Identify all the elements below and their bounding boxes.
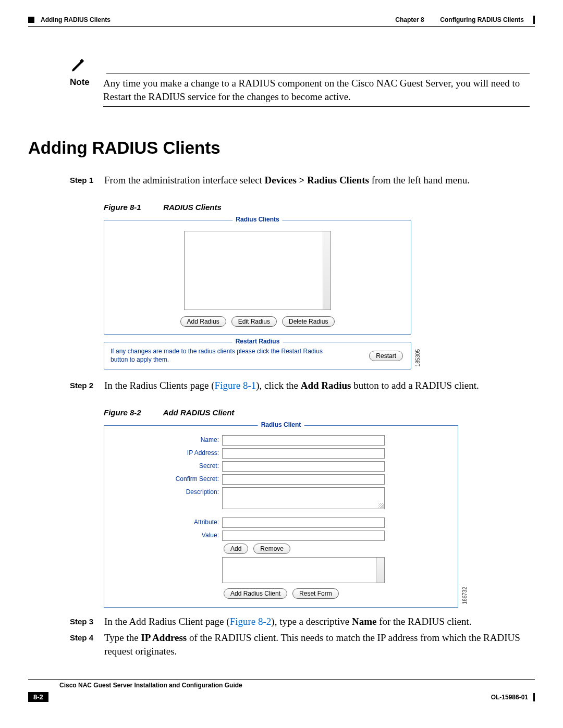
confirm-secret-label: Confirm Secret: bbox=[115, 474, 222, 483]
step-2-figlink[interactable]: Figure 8-1 bbox=[215, 380, 256, 391]
header-chapter-ref: Chapter 8 bbox=[395, 16, 424, 23]
step-1-post: from the left hand menu. bbox=[369, 175, 470, 186]
note-text: Any time you make a change to a RADIUS c… bbox=[103, 77, 530, 103]
step-1-bold: Devices > Radius Clients bbox=[265, 175, 369, 186]
step-4-label: Step 4 bbox=[70, 631, 104, 658]
note-block: Note Any time you make a change to a RAD… bbox=[70, 58, 530, 107]
attribute-listbox-scrollbar[interactable] bbox=[376, 558, 384, 583]
running-header: Adding RADIUS Clients Chapter 8 Configur… bbox=[28, 16, 535, 24]
radius-clients-legend: Radius Clients bbox=[232, 216, 282, 223]
figure-1: Radius Clients Add Radius Edit Radius De… bbox=[104, 220, 411, 369]
header-marker-left bbox=[28, 17, 34, 23]
step-1-label: Step 1 bbox=[70, 174, 104, 187]
remove-button[interactable]: Remove bbox=[253, 544, 290, 554]
header-section-left: Adding RADIUS Clients bbox=[41, 16, 111, 23]
radius-clients-listbox[interactable] bbox=[184, 231, 331, 310]
resize-grip-icon[interactable] bbox=[378, 503, 384, 508]
reset-form-button[interactable]: Reset Form bbox=[292, 588, 339, 599]
figure-1-idnum: 185305 bbox=[415, 349, 421, 366]
header-rule bbox=[28, 26, 535, 27]
page-footer: Cisco NAC Guest Server Installation and … bbox=[28, 679, 535, 702]
name-label: Name: bbox=[115, 435, 222, 443]
restart-button[interactable]: Restart bbox=[369, 351, 403, 361]
header-chapter-title: Configuring RADIUS Clients bbox=[440, 16, 524, 23]
radius-clients-fieldset: Radius Clients Add Radius Edit Radius De… bbox=[104, 220, 411, 335]
delete-radius-button[interactable]: Delete Radius bbox=[282, 316, 335, 327]
step-1-pre: From the administration interface select bbox=[104, 175, 265, 186]
note-label: Note bbox=[70, 77, 103, 103]
figure-2-title: Add RADIUS Client bbox=[163, 408, 235, 417]
name-input[interactable] bbox=[222, 435, 385, 446]
step-3-figlink[interactable]: Figure 8-2 bbox=[230, 616, 272, 627]
pencil-note-icon bbox=[70, 58, 85, 73]
step-3-bold: Name bbox=[352, 616, 376, 627]
edit-radius-button[interactable]: Edit Radius bbox=[231, 316, 277, 327]
confirm-secret-input[interactable] bbox=[222, 474, 385, 485]
value-label: Value: bbox=[115, 530, 222, 539]
header-bar-right bbox=[533, 16, 535, 24]
step-3-pre: In the Add Radius Client page ( bbox=[104, 616, 230, 627]
restart-radius-legend: Restart Radius bbox=[232, 338, 283, 345]
step-4-bold: IP Address bbox=[141, 632, 187, 643]
figure-2-caption: Figure 8-2 Add RADIUS Client bbox=[104, 408, 535, 417]
figure-1-caption: Figure 8-1 RADIUS Clients bbox=[104, 203, 535, 212]
figure-1-title: RADIUS Clients bbox=[163, 203, 222, 212]
step-3: Step 3 In the Add Radius Client page (Fi… bbox=[70, 615, 535, 628]
add-radius-client-button[interactable]: Add Radius Client bbox=[224, 588, 287, 599]
secret-label: Secret: bbox=[115, 461, 222, 470]
step-2-bold: Add Radius bbox=[301, 380, 351, 391]
ip-input[interactable] bbox=[222, 448, 385, 459]
listbox-scrollbar[interactable] bbox=[323, 231, 331, 310]
page-number: 8-2 bbox=[28, 692, 48, 702]
step-2-pre: In the Radius Clients page ( bbox=[104, 380, 215, 391]
attribute-label: Attribute: bbox=[115, 517, 222, 526]
step-3-post: for the RADIUS client. bbox=[376, 616, 471, 627]
step-1: Step 1 From the administration interface… bbox=[70, 174, 535, 187]
secret-input[interactable] bbox=[222, 461, 385, 472]
step-3-label: Step 3 bbox=[70, 615, 104, 628]
restart-radius-text: If any changes are made to the radius cl… bbox=[111, 348, 329, 364]
ip-label: IP Address: bbox=[115, 448, 222, 456]
figure-2-idnum: 186732 bbox=[462, 587, 468, 604]
footer-bar bbox=[533, 693, 535, 701]
attribute-listbox[interactable] bbox=[222, 557, 385, 583]
doc-id: OL-15986-01 bbox=[491, 694, 528, 701]
step-4: Step 4 Type the IP Address of the RADIUS… bbox=[70, 631, 535, 658]
restart-radius-fieldset: Restart Radius If any changes are made t… bbox=[104, 342, 411, 369]
step-3-mid: ), type a descriptive bbox=[271, 616, 352, 627]
add-radius-button[interactable]: Add Radius bbox=[180, 316, 226, 327]
step-2-label: Step 2 bbox=[70, 379, 104, 392]
attribute-input[interactable] bbox=[222, 517, 385, 528]
radius-client-fieldset: Radius Client Name: IP Address: Secret: … bbox=[104, 425, 458, 608]
figure-2: Radius Client Name: IP Address: Secret: … bbox=[104, 425, 458, 608]
section-title: Adding RADIUS Clients bbox=[28, 138, 535, 158]
step-4-pre: Type the bbox=[104, 632, 141, 643]
radius-client-legend: Radius Client bbox=[258, 421, 304, 428]
add-button[interactable]: Add bbox=[224, 544, 248, 554]
footer-guide-title: Cisco NAC Guest Server Installation and … bbox=[59, 682, 535, 689]
figure-2-id: Figure 8-2 bbox=[104, 408, 161, 417]
description-textarea[interactable] bbox=[222, 487, 385, 509]
figure-1-id: Figure 8-1 bbox=[104, 203, 161, 212]
description-label: Description: bbox=[115, 487, 222, 496]
step-2: Step 2 In the Radius Clients page (Figur… bbox=[70, 379, 535, 392]
step-2-mid: ), click the bbox=[256, 380, 300, 391]
value-input[interactable] bbox=[222, 530, 385, 541]
step-2-post: button to add a RADIUS client. bbox=[351, 380, 479, 391]
